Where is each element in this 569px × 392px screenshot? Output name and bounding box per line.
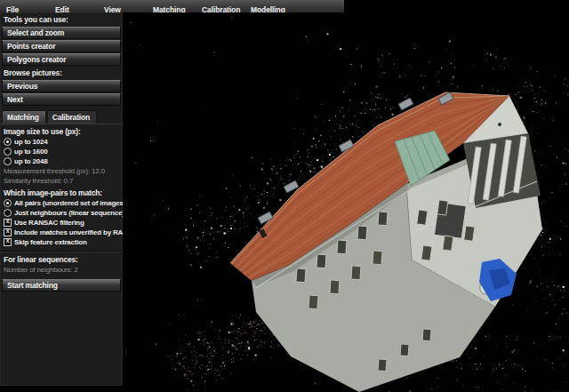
radio-label: up to 2048 xyxy=(14,157,48,165)
tools-label: Tools you can use: xyxy=(0,12,123,26)
radio-label: Just neighbours (linear sequence) xyxy=(14,209,123,217)
pairs-label: Which image-pairs to match: xyxy=(0,188,123,198)
radio-label: All pairs (unordered set of images) xyxy=(14,199,123,207)
checkbox-icon xyxy=(4,219,12,227)
image-size-label: Image size to use (px): xyxy=(0,126,123,137)
house-model xyxy=(230,92,542,392)
select-and-zoom-button[interactable]: Select and zoom xyxy=(2,27,121,39)
separator xyxy=(0,251,123,252)
radio-label: up to 1600 xyxy=(14,148,48,156)
previous-button[interactable]: Previous xyxy=(2,80,121,92)
checkbox-include-unverified[interactable]: Include matches unverified by RANSAC xyxy=(0,228,123,237)
radio-just-neighbours[interactable]: Just neighbours (linear sequence) xyxy=(0,208,123,218)
polygons-creator-button[interactable]: Polygons creator xyxy=(2,53,121,66)
start-matching-button[interactable]: Start matching xyxy=(2,279,121,292)
neighbours-text: Number of neighbours: 2 xyxy=(0,265,123,275)
browse-pictures-label: Browse pictures: xyxy=(0,66,123,79)
radio-all-pairs[interactable]: All pairs (unordered set of images) xyxy=(0,198,123,208)
checkbox-use-ransac[interactable]: Use RANSAC filtering xyxy=(0,218,123,228)
checkbox-skip-extraction[interactable]: Skip feature extraction xyxy=(0,237,123,247)
checkbox-label: Include matches unverified by RANSAC xyxy=(14,228,123,236)
application-window: FileEditViewMatchingCalibrationModelling… xyxy=(0,0,569,392)
radio-label: up to 1024 xyxy=(14,138,48,146)
menu-bar: FileEditViewMatchingCalibrationModelling… xyxy=(0,0,344,13)
tab-calibration[interactable]: Calibration xyxy=(47,110,97,124)
radio-icon xyxy=(4,157,12,165)
tab-matching[interactable]: Matching xyxy=(2,110,46,124)
gable-attic-window xyxy=(498,123,501,126)
next-button[interactable]: Next xyxy=(2,93,121,106)
matching-panel: Image size to use (px): up to 1024 up to… xyxy=(0,124,123,292)
checkbox-icon xyxy=(4,228,12,236)
points-creator-button[interactable]: Points creator xyxy=(2,40,121,52)
checkbox-label: Use RANSAC filtering xyxy=(14,219,84,227)
checkbox-icon xyxy=(4,238,12,246)
radio-up-to-1024[interactable]: up to 1024 xyxy=(0,137,123,147)
linear-sequences-label: For linear sequences: xyxy=(0,254,123,265)
similarity-threshold-text: Similarity threshold: 0.7 xyxy=(0,176,123,186)
radio-up-to-1600[interactable]: up to 1600 xyxy=(0,147,123,156)
checkbox-label: Skip feature extraction xyxy=(14,238,87,246)
radio-icon xyxy=(4,209,12,217)
radio-icon xyxy=(4,148,12,156)
sidebar-tabs: Matching Calibration xyxy=(2,110,123,124)
measurement-threshold-text: Measurement threshold (px): 12.0 xyxy=(0,166,123,176)
radio-icon xyxy=(4,138,12,146)
point-cloud-scene xyxy=(123,12,569,392)
radio-up-to-2048[interactable]: up to 2048 xyxy=(0,156,123,166)
radio-icon xyxy=(4,199,12,207)
3d-viewport[interactable] xyxy=(123,12,569,392)
tool-sidebar: Tools you can use: Select and zoom Point… xyxy=(0,12,123,386)
